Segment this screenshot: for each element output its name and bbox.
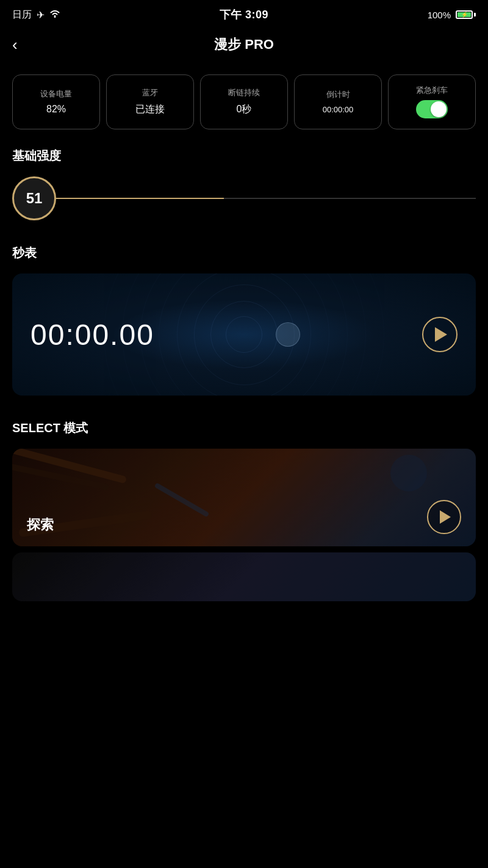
countdown-card-label: 倒计时 (326, 90, 350, 100)
bluetooth-card-label: 蓝牙 (142, 88, 158, 98)
bluetooth-card: 蓝牙 已连接 (106, 74, 194, 129)
explore-play-button[interactable] (427, 500, 461, 534)
countdown-card-value: 00:00:00 (323, 105, 354, 114)
toggle-knob (431, 101, 447, 117)
battery-bolt-icon: ⚡ (461, 12, 468, 18)
bluetooth-card-value: 已连接 (135, 103, 165, 116)
intensity-section-title: 基础强度 (0, 136, 488, 170)
status-left: 日历 ✈ (12, 9, 60, 21)
intensity-slider-container: 51 (0, 170, 488, 233)
explore-play-icon (440, 510, 451, 524)
play-icon (435, 327, 447, 342)
status-right: 100% ⚡ (428, 10, 476, 20)
explore-mode-card[interactable]: 探索 (12, 449, 476, 546)
slider-fill (56, 198, 224, 199)
stopwatch-section-title: 秒表 (0, 233, 488, 267)
calendar-icon: 日历 (12, 9, 32, 21)
countdown-card: 倒计时 00:00:00 (294, 74, 382, 129)
page-header: ‹ 漫步 PRO (0, 27, 488, 62)
stopwatch-content: 00:00.00 (12, 273, 476, 396)
disconnect-card: 断链持续 0秒 (200, 74, 288, 129)
battery-percentage: 100% (428, 10, 451, 20)
slider-thumb[interactable]: 51 (12, 176, 56, 220)
battery-card: 设备电量 82% (12, 74, 100, 129)
disconnect-card-value: 0秒 (237, 103, 252, 116)
stopwatch-center-indicator (276, 322, 300, 347)
slider-value: 51 (26, 190, 43, 207)
battery-card-value: 82% (46, 104, 66, 115)
battery-icon: ⚡ (456, 10, 476, 19)
info-cards: 设备电量 82% 蓝牙 已连接 断链持续 0秒 倒计时 00:00:00 紧急刹… (0, 62, 488, 136)
stopwatch-play-button[interactable] (422, 317, 458, 352)
brake-card: 紧急刹车 (388, 74, 476, 129)
stopwatch-container: 00:00.00 (12, 273, 476, 396)
second-card-content (12, 552, 476, 601)
status-time: 下午 3:09 (220, 7, 269, 22)
select-mode-section-title: SELECT 模式 (0, 408, 488, 443)
svg-point-0 (54, 16, 56, 18)
battery-card-label: 设备电量 (40, 89, 72, 99)
slider-track[interactable] (56, 198, 476, 199)
explore-card-content: 探索 (12, 449, 476, 546)
stopwatch-time: 00:00.00 (30, 318, 154, 352)
status-bar: 日历 ✈ 下午 3:09 100% ⚡ (0, 0, 488, 27)
page-title: 漫步 PRO (214, 35, 274, 54)
airplane-icon: ✈ (37, 9, 45, 21)
brake-toggle[interactable] (416, 100, 448, 118)
back-button[interactable]: ‹ (12, 37, 18, 52)
disconnect-card-label: 断链持续 (228, 88, 260, 98)
second-mode-card[interactable] (12, 552, 476, 601)
wifi-icon (49, 9, 60, 20)
explore-label: 探索 (27, 516, 54, 534)
brake-card-label: 紧急刹车 (416, 85, 448, 96)
